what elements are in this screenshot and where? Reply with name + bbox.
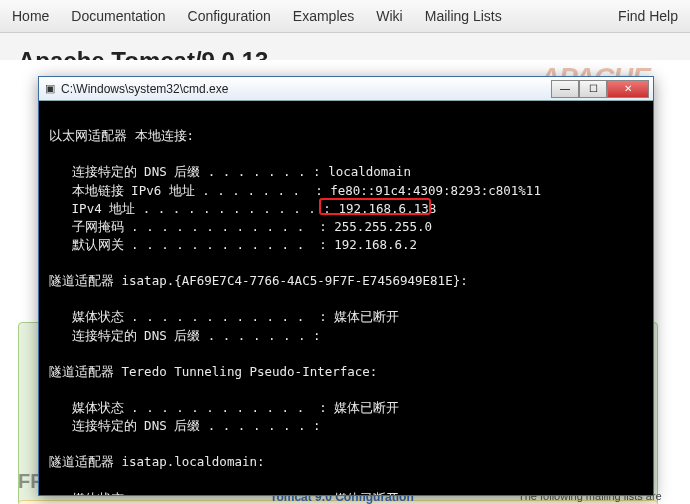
nav-home[interactable]: Home <box>12 8 49 24</box>
highlight-box <box>319 198 431 215</box>
nav-mailing-lists[interactable]: Mailing Lists <box>425 8 502 24</box>
minimize-button[interactable]: — <box>551 80 579 98</box>
nav-configuration[interactable]: Configuration <box>188 8 271 24</box>
top-nav: Home Documentation Configuration Example… <box>0 0 690 33</box>
window-title: C:\Windows\system32\cmd.exe <box>61 82 551 96</box>
nav-examples[interactable]: Examples <box>293 8 354 24</box>
terminal-output[interactable]: 以太网适配器 本地连接: 连接特定的 DNS 后缀 . . . . . . . … <box>39 101 653 495</box>
titlebar[interactable]: ▣ C:\Windows\system32\cmd.exe — ☐ ✕ <box>39 77 653 101</box>
nav-wiki[interactable]: Wiki <box>376 8 402 24</box>
cmd-window: ▣ C:\Windows\system32\cmd.exe — ☐ ✕ 以太网适… <box>38 76 654 496</box>
close-button[interactable]: ✕ <box>607 80 649 98</box>
nav-documentation[interactable]: Documentation <box>71 8 165 24</box>
cmd-icon: ▣ <box>45 82 55 95</box>
nav-find-help[interactable]: Find Help <box>618 8 678 24</box>
maximize-button[interactable]: ☐ <box>579 80 607 98</box>
